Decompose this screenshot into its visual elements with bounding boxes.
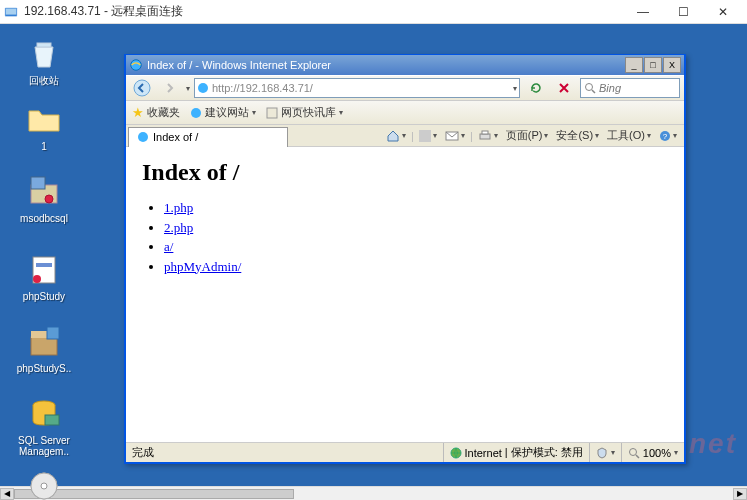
svg-point-3	[134, 80, 150, 96]
svg-rect-24	[36, 263, 52, 267]
list-item: 1.php	[164, 198, 668, 218]
rdp-icon	[4, 5, 18, 19]
desktop-icon-label: 回收站	[14, 75, 74, 86]
desktop-icon-label: msodbcsql	[14, 213, 74, 224]
command-bar: ▾ | ▾ ▾ | ▾ 页面(P) ▾ 安全(S) ▾ 工具(O) ▾ ?▾	[288, 126, 684, 145]
phpbox-icon	[26, 324, 62, 360]
address-input[interactable]	[212, 82, 510, 94]
print-button[interactable]: ▾	[475, 128, 501, 144]
tab-index[interactable]: Index of /	[128, 127, 288, 147]
desktop-icon-label: SQL Server Managem..	[14, 435, 74, 457]
list-item: a/	[164, 237, 668, 257]
folder-icon	[26, 102, 62, 138]
rdp-title: 192.168.43.71 - 远程桌面连接	[24, 3, 623, 20]
rss-icon	[419, 130, 431, 142]
page-menu[interactable]: 页面(P) ▾	[503, 126, 552, 145]
print-icon	[478, 130, 492, 142]
ie-maximize-button[interactable]: □	[644, 57, 662, 73]
svg-rect-13	[482, 131, 488, 134]
directory-link[interactable]: 2.php	[164, 220, 193, 235]
mail-button[interactable]: ▾	[442, 128, 468, 144]
ie-icon	[129, 58, 143, 72]
page-icon	[197, 82, 209, 94]
svg-point-9	[138, 132, 148, 142]
stop-button[interactable]	[552, 77, 576, 99]
help-button[interactable]: ?▾	[656, 128, 680, 144]
webslice-link[interactable]: 网页快讯库 ▾	[266, 105, 343, 120]
status-unknown[interactable]: ▾	[589, 443, 615, 462]
desktop-icon-1[interactable]: 1	[14, 102, 74, 152]
directory-link[interactable]: phpMyAdmin/	[164, 259, 241, 274]
sites-icon	[190, 107, 202, 119]
remote-desktop[interactable]: www.8968.net Index of / - Windows Intern…	[0, 24, 747, 500]
desktop-icon-label: phpStudy	[14, 291, 74, 302]
status-bar: 完成 Internet | 保护模式: 禁用 ▾ 100% ▾	[126, 442, 684, 462]
address-dropdown-icon[interactable]: ▾	[513, 84, 517, 93]
home-button[interactable]: ▾	[383, 127, 409, 145]
msi-icon	[26, 174, 62, 210]
rdp-maximize-button[interactable]: ☐	[663, 1, 703, 23]
rdp-close-button[interactable]: ✕	[703, 1, 743, 23]
rdp-minimize-button[interactable]: —	[623, 1, 663, 23]
page-heading: Index of /	[142, 159, 668, 186]
address-bar[interactable]: ▾	[194, 78, 520, 98]
status-text: 完成	[132, 445, 154, 460]
desktop-icon-msodbcsql[interactable]: msodbcsql	[14, 174, 74, 224]
webslice-icon	[266, 107, 278, 119]
svg-rect-30	[45, 415, 59, 425]
feeds-button[interactable]: ▾	[416, 128, 440, 144]
scroll-left-button[interactable]: ◀	[0, 488, 14, 500]
svg-rect-1	[6, 8, 17, 14]
php-icon	[26, 252, 62, 288]
ssms-icon	[26, 396, 62, 432]
ie-close-button[interactable]: X	[663, 57, 681, 73]
status-zone[interactable]: Internet | 保护模式: 禁用	[443, 443, 583, 462]
zoom-control[interactable]: 100% ▾	[621, 443, 678, 462]
svg-point-22	[45, 195, 53, 203]
svg-line-18	[636, 455, 639, 458]
forward-button[interactable]	[158, 77, 182, 99]
globe-icon	[450, 447, 462, 459]
ie-title: Index of / - Windows Internet Explorer	[147, 59, 625, 71]
search-icon	[584, 82, 596, 94]
mail-icon	[445, 130, 459, 142]
safety-menu[interactable]: 安全(S) ▾	[553, 126, 602, 145]
help-icon: ?	[659, 130, 671, 142]
ie-minimize-button[interactable]: _	[625, 57, 643, 73]
desktop-icon-label: 1	[14, 141, 74, 152]
desktop-icon-SQL Server Managem..[interactable]: SQL Server Managem..	[14, 396, 74, 457]
desktop-icon-disc[interactable]	[14, 468, 74, 500]
directory-link[interactable]: a/	[164, 239, 173, 254]
zoom-icon	[628, 447, 640, 459]
ie-titlebar[interactable]: Index of / - Windows Internet Explorer _…	[126, 55, 684, 75]
back-button[interactable]	[130, 77, 154, 99]
desktop-icon-回收站[interactable]: 回收站	[14, 36, 74, 86]
desktop-icon-phpStudy[interactable]: phpStudy	[14, 252, 74, 302]
favorites-bar: ★收藏夹 建议网站 ▾ 网页快讯库 ▾	[126, 101, 684, 125]
star-icon: ★	[132, 105, 144, 120]
search-input[interactable]	[599, 82, 676, 94]
rdp-horizontal-scrollbar[interactable]: ◀ ▶	[0, 486, 747, 500]
search-box[interactable]	[580, 78, 680, 98]
svg-rect-28	[47, 327, 59, 339]
tab-bar: Index of / ▾ | ▾ ▾ | ▾ 页面(P) ▾ 安全(S) ▾ 工…	[126, 125, 684, 147]
directory-link[interactable]: 1.php	[164, 200, 193, 215]
svg-line-6	[592, 90, 595, 93]
svg-rect-8	[267, 108, 277, 118]
svg-rect-21	[31, 177, 45, 189]
svg-rect-26	[31, 337, 57, 355]
scroll-right-button[interactable]: ▶	[733, 488, 747, 500]
directory-list: 1.php2.phpa/phpMyAdmin/	[164, 198, 668, 276]
tools-menu[interactable]: 工具(O) ▾	[604, 126, 654, 145]
refresh-button[interactable]	[524, 77, 548, 99]
favorites-button[interactable]: ★收藏夹	[132, 105, 180, 120]
nav-history-dropdown[interactable]: ▾	[186, 84, 190, 93]
disc-icon	[26, 468, 62, 500]
suggested-sites-link[interactable]: 建议网站 ▾	[190, 105, 256, 120]
home-icon	[386, 129, 400, 143]
desktop-icon-phpStudyS..[interactable]: phpStudyS..	[14, 324, 74, 374]
list-item: 2.php	[164, 218, 668, 238]
svg-point-33	[41, 483, 47, 489]
page-content: Index of / 1.php2.phpa/phpMyAdmin/	[126, 147, 684, 442]
svg-point-25	[33, 275, 41, 283]
